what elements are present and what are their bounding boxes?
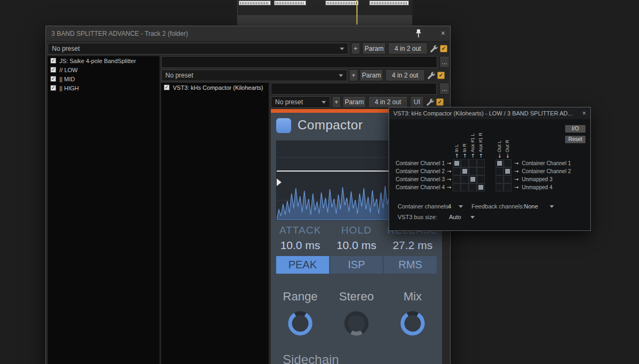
pin-cell[interactable]: [453, 183, 461, 191]
close-icon[interactable]: ×: [441, 26, 445, 41]
source-channel-label: Container Channel 3: [394, 175, 445, 183]
preset-dropdown[interactable]: No preset: [48, 43, 348, 55]
io-pins-button[interactable]: 4 in 2 out: [388, 43, 428, 55]
plugin-thumbnail[interactable]: [274, 1, 306, 5]
pin-cell[interactable]: [469, 183, 477, 191]
pin-cell[interactable]: [477, 167, 485, 175]
output-arrow-icon: ↓: [504, 152, 512, 159]
fx-list-item[interactable]: ✓ || MID: [48, 74, 159, 83]
fx-enable-checkbox[interactable]: ✓: [50, 76, 56, 82]
input-arrow-icon: ↑: [453, 152, 461, 159]
pin-cell[interactable]: [469, 175, 477, 183]
fx-list-item[interactable]: ✓ // LOW: [48, 65, 159, 74]
hold-value[interactable]: 10.0 ms: [330, 239, 383, 252]
preset-dropdown-value: No preset: [48, 43, 348, 54]
pin-cell[interactable]: [461, 167, 469, 175]
container-preset-dropdown[interactable]: No preset: [161, 69, 347, 81]
container-channels-dropdown[interactable]: 4: [448, 203, 451, 210]
container-fx-list[interactable]: ✓ VST3: kHs Compactor (Kilohearts): [161, 83, 269, 364]
right-arrow-icon: →: [513, 167, 520, 175]
preset-add-button[interactable]: +: [351, 43, 360, 55]
param-button[interactable]: Param: [343, 96, 366, 108]
fx-enable-checkbox[interactable]: ✓: [50, 58, 56, 64]
pin-cell[interactable]: [461, 183, 469, 191]
pin-cell[interactable]: [469, 159, 477, 167]
plugin-preset-dropdown[interactable]: No preset: [271, 96, 330, 108]
mode-isp-button[interactable]: ISP: [330, 256, 383, 274]
plugin-thumbnail[interactable]: [325, 1, 359, 5]
pin-cell[interactable]: [461, 175, 469, 183]
preset-dropdown-value: No preset: [271, 97, 330, 107]
pin-cell[interactable]: [461, 159, 469, 167]
chevron-down-icon[interactable]: [470, 216, 475, 219]
ui-toggle-button[interactable]: UI: [410, 96, 424, 108]
preset-add-button[interactable]: +: [349, 69, 358, 81]
pin-cell[interactable]: [504, 175, 512, 183]
param-button[interactable]: Param: [362, 43, 386, 55]
mode-peak-button[interactable]: PEAK: [276, 256, 329, 274]
pin-cell[interactable]: [496, 159, 504, 167]
preset-add-button[interactable]: +: [332, 96, 341, 108]
attack-value[interactable]: 10.0 ms: [271, 239, 330, 252]
mix-knob[interactable]: [383, 308, 442, 339]
stereo-knob[interactable]: [330, 308, 383, 339]
fx-list-item[interactable]: ✓ VST3: kHs Compactor (Kilohearts): [161, 83, 269, 92]
edit-cursor[interactable]: [356, 0, 357, 25]
chevron-down-icon[interactable]: [550, 205, 554, 208]
wrench-icon[interactable]: [425, 98, 434, 106]
timeline-ruler[interactable]: [237, 16, 412, 25]
right-arrow-icon: →: [446, 167, 452, 175]
fx-enable-checkbox[interactable]: ✓: [436, 98, 444, 106]
pin-cell[interactable]: [496, 183, 504, 191]
fx-enable-checkbox[interactable]: ✓: [50, 67, 56, 73]
bus-size-dropdown[interactable]: Auto: [449, 213, 461, 221]
pin-cell[interactable]: [496, 167, 504, 175]
kilohearts-logo[interactable]: [276, 118, 291, 133]
param-button[interactable]: Param: [360, 69, 383, 81]
fx-chain-enable-checkbox[interactable]: ✓: [440, 45, 447, 52]
pin-cell[interactable]: [469, 167, 477, 175]
wrench-icon[interactable]: [429, 44, 438, 53]
io-button[interactable]: I/O: [565, 125, 585, 133]
pin-cell[interactable]: [477, 159, 485, 167]
chevron-down-icon[interactable]: [459, 205, 463, 208]
fx-list-item[interactable]: ✓ || HIGH: [48, 83, 159, 92]
wrench-icon[interactable]: [427, 71, 435, 80]
pin-cell[interactable]: [453, 167, 461, 175]
release-value[interactable]: 27.2 ms: [383, 239, 442, 252]
fx-list[interactable]: ✓ JS: Saike 4-pole BandSplitter ✓ // LOW…: [48, 56, 159, 364]
input-arrow-icon: ↑: [477, 152, 485, 159]
preset-name-field[interactable]: [271, 83, 437, 95]
more-options-button[interactable]: ...: [439, 56, 450, 68]
close-icon[interactable]: ×: [582, 107, 586, 119]
container-channels-label: Container channels:: [398, 203, 450, 210]
pin-cell[interactable]: [504, 167, 512, 175]
pin-cell[interactable]: [477, 183, 485, 191]
fx-list-item[interactable]: ✓ JS: Saike 4-pole BandSplitter: [48, 56, 159, 65]
reset-button[interactable]: Reset: [565, 136, 585, 143]
mode-rms-button[interactable]: RMS: [384, 256, 437, 274]
more-options-button[interactable]: ...: [439, 83, 450, 95]
pin-cell[interactable]: [504, 183, 512, 191]
pin-cell[interactable]: [453, 175, 461, 183]
fx-enable-checkbox[interactable]: ✓: [50, 85, 56, 91]
input-pin-label: In R: [461, 122, 469, 152]
preset-name-field[interactable]: [161, 56, 437, 68]
plugin-thumbnail[interactable]: [239, 1, 271, 5]
input-pin-label: In L: [453, 122, 461, 152]
pin-cell[interactable]: [477, 175, 485, 183]
pin-cell[interactable]: [496, 175, 504, 183]
plugin-thumbnail[interactable]: [369, 1, 409, 5]
fx-enable-checkbox[interactable]: ✓: [164, 84, 170, 90]
reaper-app: 3 BAND SPLITTER ADVANCE - Track 2 (folde…: [0, 0, 639, 364]
pin-cell[interactable]: [453, 159, 461, 167]
io-pins-button[interactable]: 4 in 2 out: [368, 96, 408, 108]
pin-icon[interactable]: [415, 29, 422, 38]
fx-window-titlebar[interactable]: 3 BAND SPLITTER ADVANCE - Track 2 (folde…: [46, 26, 450, 42]
range-knob[interactable]: [271, 308, 330, 339]
pin-cell[interactable]: [504, 159, 512, 167]
routing-titlebar[interactable]: VST3: kHs Compactor (Kilohearts) - LOW /…: [389, 107, 590, 119]
feedback-channels-dropdown[interactable]: None: [524, 203, 538, 210]
fx-chain-enable-checkbox[interactable]: ✓: [437, 72, 445, 79]
io-pins-button[interactable]: 4 in 2 out: [385, 69, 425, 81]
